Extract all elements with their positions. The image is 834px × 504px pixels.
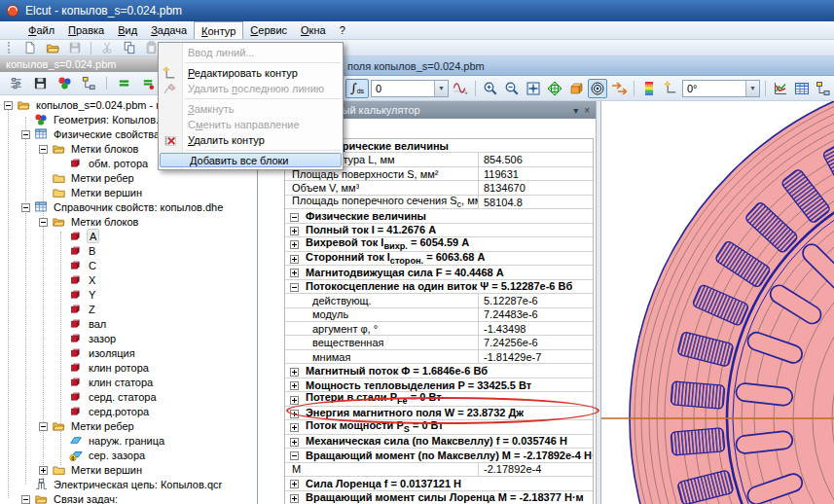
tree-item-c[interactable]: C [0,258,257,272]
row-expand-box[interactable] [290,367,299,378]
row-expand-box[interactable] [290,493,299,504]
chart-icon[interactable] [771,79,790,98]
copy-icon[interactable] [120,40,139,55]
calc-row[interactable]: Магнитный поток Φ = 1.6846e-6 Вб [285,364,593,378]
tree-item-электрическая-цепь-копылов-qcr[interactable]: Электрическая цепь: Копылов.qcr [0,477,257,491]
properties-icon[interactable] [6,74,26,93]
menubar-item-контур[interactable]: Контур [194,21,243,39]
branch-icon[interactable] [79,74,99,93]
field-window-caption[interactable]: поля копылов_s=0.024.pbm [258,56,834,76]
calc-row[interactable]: действующ.5.12287e-6 [285,294,593,307]
panel-close-button[interactable]: × [584,105,590,116]
tree-item-наруж-граница[interactable]: наруж. граница [0,433,257,448]
tree-item-метки-блоков[interactable]: Метки блоков [0,214,257,229]
row-expand-box[interactable] [290,282,299,294]
combo-dropdown-arrow[interactable]: ▼ [434,81,448,96]
zoom-out-icon[interactable] [502,79,522,98]
angle-combo[interactable]: 0°▼ [682,80,760,97]
tree-item-метки-ребер[interactable]: Метки ребер [0,418,257,433]
target-icon[interactable] [588,79,607,98]
table-view-icon[interactable] [792,79,812,98]
equals-icon[interactable] [114,74,134,93]
tree-item-вал[interactable]: вал [0,316,257,331]
calc-row[interactable]: Сторонний ток Iсторон. = 6063.68 А [285,252,593,266]
circuit-view-icon[interactable] [814,79,833,98]
tree-item-b[interactable]: B [0,243,257,258]
panel-collapse-button[interactable]: ▾ [573,105,578,116]
tree-item-y[interactable]: Y [0,287,257,302]
tree-item-метки-вершин[interactable]: Метки вершин [0,185,257,199]
tree-expand-box[interactable] [21,202,30,214]
menubar-item-окна[interactable]: Окна [294,21,333,39]
calc-row[interactable]: мнимая-1.81429e-7 [285,350,593,364]
tree-item-серд-ротора[interactable]: серд.ротора [0,404,257,418]
mesh-icon[interactable] [545,79,564,98]
calc-row[interactable]: Полный ток I = 41.2676 А [285,224,593,237]
tree-item-a[interactable]: A [0,229,257,243]
menubar-item-вид[interactable]: Вид [111,21,144,39]
calc-row[interactable]: вещественная7.24256e-6 [285,336,593,349]
tree-expand-box[interactable] [39,144,48,156]
calc-row[interactable]: M-2.17892e-4 [285,463,593,477]
integral-button[interactable]: ∫ds [345,79,369,98]
calc-row[interactable]: модуль7.24483e-6 [285,308,593,322]
open-folder-icon[interactable] [43,40,62,55]
menubar-item-файл[interactable]: Файл [21,21,61,39]
combo-dropdown-arrow[interactable]: ▼ [745,81,759,96]
row-expand-box[interactable] [290,437,299,449]
menu-item-добавить-все-блоки[interactable]: Добавить все блоки [160,153,342,167]
tree-item-x[interactable]: X [0,272,257,287]
add-contour-icon[interactable] [661,79,680,98]
row-expand-box[interactable] [290,422,299,434]
calc-row[interactable]: Объем V, мм³8134670 [285,181,593,195]
arrows-icon[interactable] [609,79,629,98]
row-expand-box[interactable] [290,450,299,462]
fit-view-icon[interactable] [524,79,543,98]
row-expand-box[interactable] [290,212,299,224]
sine-icon[interactable] [451,79,470,98]
menu-item-удалить-контур[interactable]: Удалить контур [159,132,343,148]
row-expand-box[interactable] [290,239,299,251]
calc-row[interactable]: Механическая сила (по Максвеллу) f = 0.0… [285,435,593,449]
tree-item-клин-ротора[interactable]: клин ротора [0,360,257,375]
new-doc-icon[interactable] [20,40,40,55]
tree-item-метки-вершин[interactable]: Метки вершин [0,462,257,477]
tree-item-связи-задач-[interactable]: Связи задач: [0,491,257,504]
tree-expand-box[interactable] [39,217,48,229]
tree-item-метки-ребер[interactable]: Метки ребер [0,170,257,185]
menubar-item-правка[interactable]: Правка [61,21,111,39]
row-expand-box[interactable] [290,254,299,266]
tree-expand-box[interactable] [21,129,30,141]
calc-row[interactable]: Сила Лоренца f = 0.0137121 Н [285,477,593,490]
tree-item-серд-статора[interactable]: серд. статора [0,389,257,404]
tree-item-изоляция[interactable]: изоляция [0,345,257,360]
calc-row[interactable]: Магнитодвижущая сила F = 40.4468 А [285,266,593,279]
field-plot-canvas[interactable] [601,101,834,504]
equals-dot-icon[interactable] [138,74,159,93]
gradient-bar-icon[interactable] [639,79,659,98]
row-expand-box[interactable] [290,226,299,237]
calc-row[interactable]: Вращающий момент силы Лоренца M = -2.183… [285,491,593,504]
tree-expand-box[interactable] [4,100,13,112]
calc-row[interactable]: Мощность тепловыделения P = 33425.5 Вт [285,378,593,392]
calc-row[interactable]: Физические величины [285,209,593,223]
colors-icon[interactable] [54,74,75,93]
tree-item-клин-статора[interactable]: клин статора [0,375,257,389]
zoom-in-icon[interactable] [481,79,500,98]
menubar-item-сервис[interactable]: Сервис [243,21,294,39]
tree-item-справочник-свойств-копылов-dhe[interactable]: Справочник свойств: копылов.dhe [0,199,257,214]
calc-row[interactable]: Вихревой ток Iвихр. = 6054.59 А [285,237,593,251]
tree-expand-box[interactable] [21,494,30,504]
row-expand-box[interactable] [290,479,299,490]
menu-item-редактировать-контур[interactable]: Редактировать контур [159,65,343,81]
tree-expand-box[interactable] [39,465,48,477]
menubar-item-задача[interactable]: Задача [144,21,194,39]
tree-item-z[interactable]: Z [0,302,257,316]
contour-combo[interactable]: 0▼ [371,80,449,97]
calc-row[interactable]: Вращающий момент (по Максвеллу) M = -2.1… [285,449,593,462]
menubar-item-?[interactable]: ? [333,21,352,39]
row-expand-box[interactable] [290,268,299,279]
row-expand-box[interactable] [290,380,299,392]
tree-expand-box[interactable] [39,421,48,433]
save-dark-icon[interactable] [30,74,51,93]
